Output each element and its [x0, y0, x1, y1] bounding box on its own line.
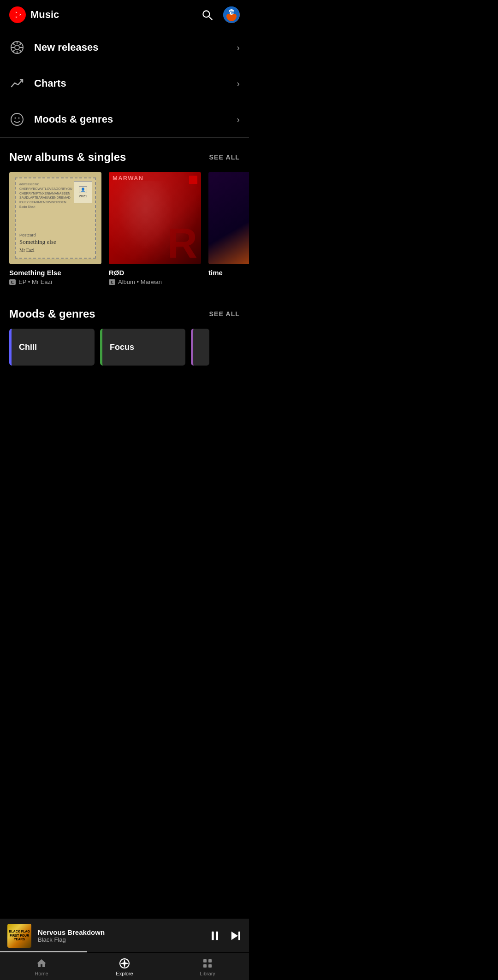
moods-genres-chevron: ›: [237, 114, 240, 125]
album-sub-something-else: E EP • Mr Eazi: [9, 278, 101, 285]
album-card-time[interactable]: time: [208, 172, 249, 285]
app-header: Music YM: [0, 0, 249, 30]
album-art-time: [208, 172, 249, 264]
new-releases-chevron: ›: [237, 42, 240, 53]
moods-scroll-row: Chill Focus: [0, 329, 249, 375]
album-sub-rod: E Album • Marwan: [109, 278, 201, 285]
mood-card-sleep[interactable]: [191, 329, 209, 366]
avatar-icon: YM: [223, 6, 240, 23]
charts-label: Charts: [34, 77, 66, 89]
moods-genres-section: Moods & genres SEE ALL Chill Focus: [0, 295, 249, 375]
album-meta-time: time: [208, 264, 249, 277]
album-art-rod: MARWAN R: [109, 172, 201, 264]
new-albums-header: New albums & singles SEE ALL: [0, 138, 249, 172]
album-scroll-row: addressed to: CHERRYBOWUTLOVEAGORRYOU CH…: [0, 172, 249, 295]
album-title-time: time: [208, 269, 249, 277]
moods-see-all[interactable]: SEE ALL: [209, 310, 240, 318]
new-albums-see-all[interactable]: SEE ALL: [209, 153, 240, 161]
album-type-rod: Album • Marwan: [118, 278, 162, 285]
new-albums-section: New albums & singles SEE ALL addressed t…: [0, 138, 249, 295]
svg-point-19: [15, 118, 16, 119]
album-type-something-else: EP • Mr Eazi: [18, 278, 52, 285]
main-nav: New releases › Charts ›: [0, 30, 249, 137]
album-meta-rod: RØD E Album • Marwan: [109, 264, 201, 285]
album-meta-something-else: Something Else E EP • Mr Eazi: [9, 264, 101, 285]
svg-point-18: [11, 113, 23, 125]
svg-line-14: [13, 43, 15, 45]
svg-text:YM: YM: [228, 10, 235, 15]
explicit-badge-rod: E: [109, 279, 115, 285]
mood-card-focus[interactable]: Focus: [100, 329, 185, 366]
nav-item-charts[interactable]: Charts ›: [0, 65, 249, 101]
charts-chevron: ›: [237, 78, 240, 89]
mood-label-chill: Chill: [19, 342, 37, 352]
marwan-text: MARWAN: [113, 175, 144, 182]
search-icon: [201, 9, 213, 21]
app-title: Music: [30, 9, 59, 21]
new-albums-title: New albums & singles: [9, 151, 126, 164]
svg-point-9: [15, 45, 19, 50]
album-title-something-else: Something Else: [9, 269, 101, 277]
search-button[interactable]: [199, 7, 215, 23]
user-avatar[interactable]: YM: [223, 6, 240, 23]
album-card-something-else[interactable]: addressed to: CHERRYBOWUTLOVEAGORRYOU CH…: [9, 172, 101, 285]
explicit-badge: E: [9, 279, 16, 285]
nav-item-new-releases[interactable]: New releases ›: [0, 30, 249, 65]
svg-line-16: [19, 43, 21, 45]
header-actions: YM: [199, 6, 240, 23]
nav-item-moods-genres[interactable]: Moods & genres ›: [0, 101, 249, 137]
moods-genres-header: Moods & genres SEE ALL: [0, 295, 249, 329]
new-releases-label: New releases: [34, 41, 98, 53]
new-releases-icon: [9, 40, 25, 55]
moods-genres-icon: [9, 112, 25, 127]
svg-point-20: [18, 118, 20, 119]
charts-icon: [9, 76, 25, 91]
mood-label-focus: Focus: [110, 342, 134, 352]
svg-line-15: [19, 50, 21, 52]
mood-card-chill[interactable]: Chill: [9, 329, 95, 366]
svg-point-2: [15, 12, 20, 17]
svg-line-4: [209, 17, 212, 20]
album-title-rod: RØD: [109, 269, 201, 277]
header-logo-area: Music: [9, 6, 59, 23]
album-card-rod[interactable]: MARWAN R RØD E Album • Marwan: [109, 172, 201, 285]
svg-line-17: [13, 50, 15, 52]
album-art-something-else: addressed to: CHERRYBOWUTLOVEAGORRYOU CH…: [9, 172, 101, 264]
moods-genres-section-title: Moods & genres: [9, 307, 95, 320]
moods-genres-label: Moods & genres: [34, 113, 113, 125]
yt-music-logo: [9, 6, 26, 23]
